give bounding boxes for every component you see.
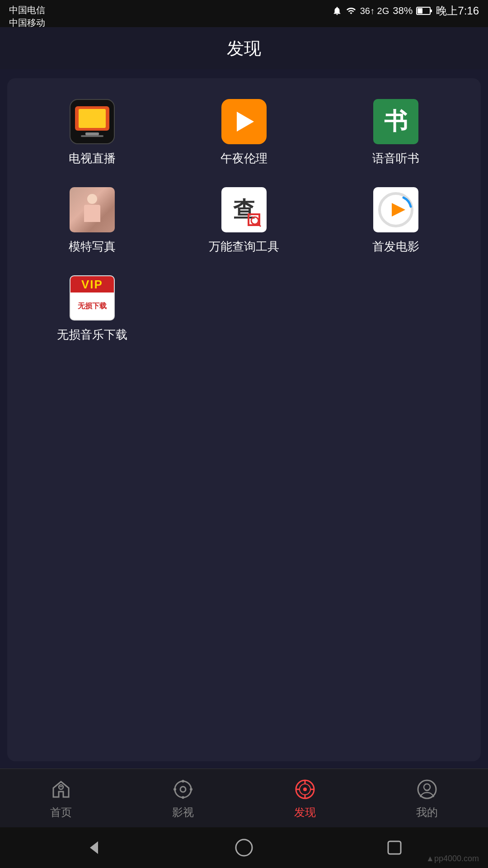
app-label-vip: 无损音乐下载 (57, 327, 127, 343)
nav-item-discover[interactable]: 发现 (244, 777, 366, 820)
signal-text: 36↑ 2G (360, 6, 389, 16)
time: 晚上7:16 (436, 4, 479, 18)
app-grid: 电视直播 午夜伦理 书 语音听书 (16, 92, 472, 352)
person-silhouette (81, 194, 103, 226)
app-item-midnight[interactable]: 午夜伦理 (168, 92, 320, 175)
app-label-midnight: 午夜伦理 (221, 151, 267, 166)
nav-label-video: 影视 (172, 805, 194, 820)
discover-icon (293, 777, 317, 802)
nav-item-video[interactable]: 影视 (122, 777, 244, 820)
svg-point-22 (424, 784, 430, 790)
app-label-tv: 电视直播 (69, 151, 116, 166)
movie-logo-svg (375, 189, 416, 230)
nav-item-mine[interactable]: 我的 (366, 777, 488, 820)
person-head (87, 194, 97, 204)
app-item-query[interactable]: 查 万能查询工具 (168, 180, 320, 264)
app-icon-query: 查 (221, 187, 267, 232)
play-triangle-icon (237, 112, 254, 132)
svg-rect-2 (430, 9, 432, 12)
carrier1: 中国电信 (9, 4, 45, 16)
app-item-model[interactable]: 模特写真 (16, 180, 168, 264)
bottom-nav: 首页 影视 发 (0, 769, 488, 827)
vip-label: VIP (81, 278, 103, 292)
nav-label-home: 首页 (50, 805, 72, 820)
app-label-audiobook: 语音听书 (372, 151, 419, 166)
app-item-vip[interactable]: VIP 无损下载 无损音乐下载 (16, 268, 168, 352)
app-label-model: 模特写真 (69, 239, 116, 255)
svg-marker-6 (392, 203, 405, 217)
system-nav: ▲pp4000.com (0, 827, 488, 868)
app-label-movie: 首发电影 (372, 239, 419, 255)
header: 发现 (0, 27, 488, 69)
app-icon-midnight (221, 99, 267, 144)
svg-marker-23 (90, 841, 98, 854)
status-bar: 中国电信 中国移动 36↑ 2G 38% 晚上7:16 (0, 0, 488, 27)
app-icon-model (70, 187, 115, 232)
vip-bottom-bar: 无损下载 (70, 292, 114, 320)
svg-point-10 (182, 780, 184, 783)
book-char-icon: 书 (384, 106, 408, 137)
battery-icon (416, 6, 432, 15)
magnifier-icon (248, 213, 260, 226)
app-item-audiobook[interactable]: 书 语音听书 (320, 92, 472, 175)
photo-image (70, 187, 115, 232)
svg-rect-25 (388, 841, 401, 854)
svg-point-7 (59, 785, 63, 789)
recents-button[interactable] (385, 838, 404, 858)
wifi-icon (346, 6, 357, 16)
app-item-movie[interactable]: 首发电影 (320, 180, 472, 264)
svg-point-16 (303, 788, 307, 791)
svg-rect-1 (418, 8, 422, 14)
status-right: 36↑ 2G 38% 晚上7:16 (332, 4, 479, 18)
home-button[interactable] (234, 838, 254, 858)
app-label-query: 万能查询工具 (209, 239, 279, 255)
svg-point-3 (251, 217, 258, 224)
svg-line-4 (258, 223, 261, 226)
person-body (84, 205, 100, 222)
mine-icon (415, 777, 439, 802)
app-item-tv[interactable]: 电视直播 (16, 92, 168, 175)
svg-point-11 (182, 796, 184, 799)
svg-point-8 (175, 781, 191, 797)
alarm-icon (332, 6, 342, 16)
movie-logo (375, 189, 416, 230)
vip-top-bar: VIP (70, 276, 114, 292)
svg-point-9 (180, 787, 186, 792)
nav-label-discover: 发现 (294, 805, 316, 820)
main-content: 电视直播 午夜伦理 书 语音听书 (0, 69, 488, 769)
nav-label-mine: 我的 (416, 805, 438, 820)
video-icon (171, 777, 195, 802)
home-icon (49, 777, 73, 802)
app-icon-tv (70, 99, 115, 144)
nav-item-home[interactable]: 首页 (0, 777, 122, 820)
back-button[interactable] (84, 838, 103, 858)
svg-point-12 (174, 788, 176, 791)
battery-text: 38% (393, 5, 413, 17)
app-icon-vip: VIP 无损下载 (70, 275, 115, 321)
app-icon-movie (373, 187, 418, 232)
page-title: 发现 (227, 39, 261, 58)
watermark: ▲pp4000.com (426, 854, 479, 863)
carrier-info: 中国电信 中国移动 (9, 4, 45, 29)
app-icon-audiobook: 书 (373, 99, 418, 144)
svg-point-13 (190, 788, 192, 791)
vip-sublabel: 无损下载 (78, 302, 107, 311)
app-grid-container: 电视直播 午夜伦理 书 语音听书 (7, 78, 481, 761)
svg-point-24 (236, 840, 252, 856)
